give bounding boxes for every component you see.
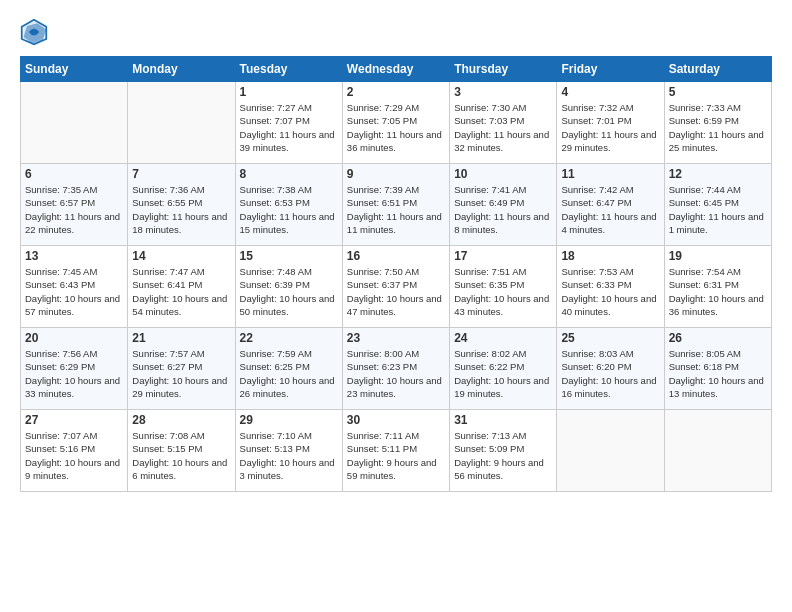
day-info: Sunrise: 7:57 AM Sunset: 6:27 PM Dayligh… xyxy=(132,347,230,400)
calendar-cell: 31Sunrise: 7:13 AM Sunset: 5:09 PM Dayli… xyxy=(450,410,557,492)
day-number: 27 xyxy=(25,413,123,427)
calendar-cell: 4Sunrise: 7:32 AM Sunset: 7:01 PM Daylig… xyxy=(557,82,664,164)
calendar-cell: 11Sunrise: 7:42 AM Sunset: 6:47 PM Dayli… xyxy=(557,164,664,246)
day-info: Sunrise: 7:51 AM Sunset: 6:35 PM Dayligh… xyxy=(454,265,552,318)
day-info: Sunrise: 7:54 AM Sunset: 6:31 PM Dayligh… xyxy=(669,265,767,318)
day-info: Sunrise: 7:33 AM Sunset: 6:59 PM Dayligh… xyxy=(669,101,767,154)
calendar-cell xyxy=(664,410,771,492)
calendar-cell: 17Sunrise: 7:51 AM Sunset: 6:35 PM Dayli… xyxy=(450,246,557,328)
day-number: 23 xyxy=(347,331,445,345)
calendar-cell: 27Sunrise: 7:07 AM Sunset: 5:16 PM Dayli… xyxy=(21,410,128,492)
day-number: 25 xyxy=(561,331,659,345)
calendar-cell: 6Sunrise: 7:35 AM Sunset: 6:57 PM Daylig… xyxy=(21,164,128,246)
day-number: 5 xyxy=(669,85,767,99)
day-number: 24 xyxy=(454,331,552,345)
day-info: Sunrise: 7:10 AM Sunset: 5:13 PM Dayligh… xyxy=(240,429,338,482)
day-info: Sunrise: 7:45 AM Sunset: 6:43 PM Dayligh… xyxy=(25,265,123,318)
day-info: Sunrise: 7:59 AM Sunset: 6:25 PM Dayligh… xyxy=(240,347,338,400)
calendar-cell: 12Sunrise: 7:44 AM Sunset: 6:45 PM Dayli… xyxy=(664,164,771,246)
day-number: 22 xyxy=(240,331,338,345)
calendar-table: SundayMondayTuesdayWednesdayThursdayFrid… xyxy=(20,56,772,492)
day-info: Sunrise: 8:02 AM Sunset: 6:22 PM Dayligh… xyxy=(454,347,552,400)
calendar-cell: 19Sunrise: 7:54 AM Sunset: 6:31 PM Dayli… xyxy=(664,246,771,328)
weekday-header-saturday: Saturday xyxy=(664,57,771,82)
calendar-cell: 16Sunrise: 7:50 AM Sunset: 6:37 PM Dayli… xyxy=(342,246,449,328)
day-info: Sunrise: 7:08 AM Sunset: 5:15 PM Dayligh… xyxy=(132,429,230,482)
day-info: Sunrise: 7:35 AM Sunset: 6:57 PM Dayligh… xyxy=(25,183,123,236)
calendar-cell: 13Sunrise: 7:45 AM Sunset: 6:43 PM Dayli… xyxy=(21,246,128,328)
weekday-header-thursday: Thursday xyxy=(450,57,557,82)
calendar-week-3: 13Sunrise: 7:45 AM Sunset: 6:43 PM Dayli… xyxy=(21,246,772,328)
day-number: 19 xyxy=(669,249,767,263)
day-number: 31 xyxy=(454,413,552,427)
day-number: 26 xyxy=(669,331,767,345)
day-number: 8 xyxy=(240,167,338,181)
day-info: Sunrise: 7:47 AM Sunset: 6:41 PM Dayligh… xyxy=(132,265,230,318)
calendar-cell: 28Sunrise: 7:08 AM Sunset: 5:15 PM Dayli… xyxy=(128,410,235,492)
calendar-cell: 1Sunrise: 7:27 AM Sunset: 7:07 PM Daylig… xyxy=(235,82,342,164)
day-info: Sunrise: 7:53 AM Sunset: 6:33 PM Dayligh… xyxy=(561,265,659,318)
calendar-cell xyxy=(21,82,128,164)
day-info: Sunrise: 7:38 AM Sunset: 6:53 PM Dayligh… xyxy=(240,183,338,236)
calendar-cell: 24Sunrise: 8:02 AM Sunset: 6:22 PM Dayli… xyxy=(450,328,557,410)
day-number: 10 xyxy=(454,167,552,181)
day-number: 7 xyxy=(132,167,230,181)
day-number: 11 xyxy=(561,167,659,181)
weekday-header-row: SundayMondayTuesdayWednesdayThursdayFrid… xyxy=(21,57,772,82)
day-info: Sunrise: 7:27 AM Sunset: 7:07 PM Dayligh… xyxy=(240,101,338,154)
calendar-cell: 14Sunrise: 7:47 AM Sunset: 6:41 PM Dayli… xyxy=(128,246,235,328)
day-number: 13 xyxy=(25,249,123,263)
calendar-week-4: 20Sunrise: 7:56 AM Sunset: 6:29 PM Dayli… xyxy=(21,328,772,410)
calendar-cell: 23Sunrise: 8:00 AM Sunset: 6:23 PM Dayli… xyxy=(342,328,449,410)
day-info: Sunrise: 7:36 AM Sunset: 6:55 PM Dayligh… xyxy=(132,183,230,236)
calendar-cell: 8Sunrise: 7:38 AM Sunset: 6:53 PM Daylig… xyxy=(235,164,342,246)
day-info: Sunrise: 7:32 AM Sunset: 7:01 PM Dayligh… xyxy=(561,101,659,154)
logo xyxy=(20,18,52,46)
calendar-cell: 15Sunrise: 7:48 AM Sunset: 6:39 PM Dayli… xyxy=(235,246,342,328)
calendar-cell: 7Sunrise: 7:36 AM Sunset: 6:55 PM Daylig… xyxy=(128,164,235,246)
calendar-cell: 3Sunrise: 7:30 AM Sunset: 7:03 PM Daylig… xyxy=(450,82,557,164)
calendar-cell: 22Sunrise: 7:59 AM Sunset: 6:25 PM Dayli… xyxy=(235,328,342,410)
calendar-week-2: 6Sunrise: 7:35 AM Sunset: 6:57 PM Daylig… xyxy=(21,164,772,246)
day-info: Sunrise: 7:42 AM Sunset: 6:47 PM Dayligh… xyxy=(561,183,659,236)
calendar-cell: 9Sunrise: 7:39 AM Sunset: 6:51 PM Daylig… xyxy=(342,164,449,246)
day-info: Sunrise: 7:44 AM Sunset: 6:45 PM Dayligh… xyxy=(669,183,767,236)
weekday-header-tuesday: Tuesday xyxy=(235,57,342,82)
day-number: 18 xyxy=(561,249,659,263)
day-info: Sunrise: 8:03 AM Sunset: 6:20 PM Dayligh… xyxy=(561,347,659,400)
calendar-week-1: 1Sunrise: 7:27 AM Sunset: 7:07 PM Daylig… xyxy=(21,82,772,164)
day-info: Sunrise: 7:41 AM Sunset: 6:49 PM Dayligh… xyxy=(454,183,552,236)
calendar-cell: 21Sunrise: 7:57 AM Sunset: 6:27 PM Dayli… xyxy=(128,328,235,410)
day-number: 9 xyxy=(347,167,445,181)
header xyxy=(20,18,772,46)
logo-icon xyxy=(20,18,48,46)
calendar-cell: 5Sunrise: 7:33 AM Sunset: 6:59 PM Daylig… xyxy=(664,82,771,164)
day-number: 30 xyxy=(347,413,445,427)
day-info: Sunrise: 7:48 AM Sunset: 6:39 PM Dayligh… xyxy=(240,265,338,318)
day-number: 16 xyxy=(347,249,445,263)
day-info: Sunrise: 7:30 AM Sunset: 7:03 PM Dayligh… xyxy=(454,101,552,154)
calendar-cell: 30Sunrise: 7:11 AM Sunset: 5:11 PM Dayli… xyxy=(342,410,449,492)
day-info: Sunrise: 8:05 AM Sunset: 6:18 PM Dayligh… xyxy=(669,347,767,400)
day-number: 1 xyxy=(240,85,338,99)
day-info: Sunrise: 7:07 AM Sunset: 5:16 PM Dayligh… xyxy=(25,429,123,482)
day-number: 20 xyxy=(25,331,123,345)
day-number: 6 xyxy=(25,167,123,181)
calendar-cell: 29Sunrise: 7:10 AM Sunset: 5:13 PM Dayli… xyxy=(235,410,342,492)
day-number: 15 xyxy=(240,249,338,263)
day-number: 4 xyxy=(561,85,659,99)
weekday-header-sunday: Sunday xyxy=(21,57,128,82)
calendar-cell: 18Sunrise: 7:53 AM Sunset: 6:33 PM Dayli… xyxy=(557,246,664,328)
day-number: 21 xyxy=(132,331,230,345)
calendar-cell: 20Sunrise: 7:56 AM Sunset: 6:29 PM Dayli… xyxy=(21,328,128,410)
day-number: 12 xyxy=(669,167,767,181)
calendar-cell: 25Sunrise: 8:03 AM Sunset: 6:20 PM Dayli… xyxy=(557,328,664,410)
day-number: 28 xyxy=(132,413,230,427)
day-info: Sunrise: 8:00 AM Sunset: 6:23 PM Dayligh… xyxy=(347,347,445,400)
weekday-header-friday: Friday xyxy=(557,57,664,82)
day-number: 14 xyxy=(132,249,230,263)
day-info: Sunrise: 7:13 AM Sunset: 5:09 PM Dayligh… xyxy=(454,429,552,482)
day-info: Sunrise: 7:39 AM Sunset: 6:51 PM Dayligh… xyxy=(347,183,445,236)
calendar-page: SundayMondayTuesdayWednesdayThursdayFrid… xyxy=(0,0,792,612)
calendar-cell xyxy=(128,82,235,164)
